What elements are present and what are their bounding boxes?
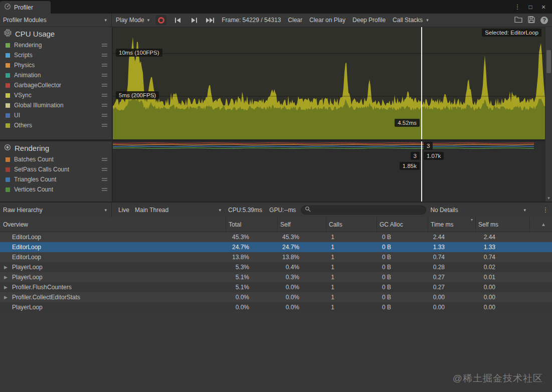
- live-toggle[interactable]: Live: [114, 207, 134, 214]
- column-header-self[interactable]: Self: [277, 217, 326, 232]
- scrollbar-thumb[interactable]: [546, 50, 551, 73]
- cpu-usage-title: CPU Usage: [15, 30, 55, 38]
- search-input[interactable]: [301, 206, 426, 215]
- drag-handle-icon[interactable]: [102, 114, 107, 117]
- drag-handle-icon[interactable]: [102, 74, 107, 77]
- profiler-modules-label: Profiler Modules: [3, 17, 47, 24]
- drag-handle-icon[interactable]: [102, 124, 107, 127]
- cpu-chart-svg: [113, 27, 545, 139]
- charts-area: CPU Usage Rendering Scripts Physic: [0, 27, 552, 202]
- legend-swatch: [6, 63, 10, 68]
- legend-item[interactable]: Vertices Count: [0, 184, 112, 194]
- row-value-self: 0.3%: [277, 274, 326, 281]
- legend-item[interactable]: VSync: [0, 90, 112, 100]
- table-row[interactable]: ▶ EditorLoop 45.3% 45.3% 1 0 B 2.44 2.44: [0, 232, 552, 242]
- hierarchy-menu-button[interactable]: ⋮: [539, 206, 552, 214]
- scroll-down-icon[interactable]: ▼: [545, 196, 552, 201]
- drag-handle-icon[interactable]: [102, 188, 107, 191]
- drag-handle-icon[interactable]: [102, 54, 107, 57]
- expand-arrow-icon[interactable]: ▶: [4, 275, 8, 280]
- row-value-total: 5.3%: [226, 264, 277, 271]
- expand-arrow-icon[interactable]: ▶: [4, 265, 8, 270]
- legend-item[interactable]: Rendering: [0, 40, 112, 50]
- render-value-badge: 1.07k: [424, 152, 444, 160]
- record-button[interactable]: [155, 15, 166, 25]
- next-frame-button[interactable]: [187, 15, 202, 25]
- legend-swatch: [6, 83, 10, 88]
- row-value-gc-alloc: 0 B: [377, 284, 428, 291]
- hierarchy-mode-dropdown[interactable]: Raw Hierarchy ▾: [0, 203, 112, 217]
- column-header-gc-alloc[interactable]: GC Alloc: [377, 217, 428, 232]
- thread-dropdown[interactable]: Main Thread ▾: [135, 207, 225, 214]
- table-row[interactable]: ▶ EditorLoop 13.8% 13.8% 1 0 B 0.74 0.74: [0, 252, 552, 262]
- legend-item[interactable]: Physics: [0, 60, 112, 70]
- drag-handle-icon[interactable]: [102, 44, 107, 47]
- row-value-calls: 1: [326, 264, 377, 271]
- current-frame-button[interactable]: [203, 15, 218, 25]
- details-dropdown[interactable]: No Details ▾: [430, 207, 539, 214]
- window-title: Profiler: [14, 4, 33, 11]
- row-value-gc-alloc: 0 B: [377, 274, 428, 281]
- gridline-label-5ms: 5ms (200FPS): [116, 91, 159, 99]
- table-row[interactable]: ▶ PlayerLoop 0.0% 0.0% 1 0 B 0.00 0.00: [0, 302, 552, 312]
- legend-item[interactable]: UI: [0, 110, 112, 120]
- drag-handle-icon[interactable]: [102, 104, 107, 107]
- rendering-icon: [4, 144, 11, 152]
- legend-item[interactable]: Animation: [0, 70, 112, 80]
- legend-item[interactable]: Batches Count: [0, 154, 112, 164]
- row-name: Profiler.FlushCounters: [12, 284, 72, 291]
- profiler-modules-dropdown[interactable]: Profiler Modules ▾: [0, 14, 112, 27]
- row-value-self: 0.0%: [277, 304, 326, 311]
- column-header-self-ms[interactable]: Self ms: [475, 217, 529, 232]
- legend-item[interactable]: Scripts: [0, 50, 112, 60]
- drag-handle-icon[interactable]: [102, 158, 107, 161]
- cpu-usage-chart[interactable]: 10ms (100FPS) 5ms (200FPS) Selected: Edi…: [113, 27, 545, 139]
- help-button[interactable]: ?: [540, 17, 548, 24]
- column-header-total[interactable]: Total: [226, 217, 277, 232]
- play-mode-dropdown[interactable]: Play Mode ▾: [116, 17, 149, 24]
- call-stacks-dropdown[interactable]: Call Stacks ▾: [393, 17, 429, 24]
- chevron-down-icon: ▾: [104, 208, 107, 213]
- table-row[interactable]: ▶ PlayerLoop 5.3% 0.4% 1 0 B 0.28 0.02: [0, 262, 552, 272]
- clear-button[interactable]: Clear: [288, 17, 302, 24]
- legend-item[interactable]: Others: [0, 120, 112, 130]
- table-row[interactable]: ▶ PlayerLoop 5.1% 0.3% 1 0 B 0.27 0.01: [0, 272, 552, 282]
- drag-handle-icon[interactable]: [102, 84, 107, 87]
- legend-item[interactable]: Triangles Count: [0, 174, 112, 184]
- column-header-overview[interactable]: Overview: [0, 217, 226, 232]
- drag-handle-icon[interactable]: [102, 64, 107, 67]
- charts-scrollbar[interactable]: ▼: [545, 27, 552, 202]
- prev-frame-button[interactable]: [170, 15, 186, 25]
- drag-handle-icon[interactable]: [102, 178, 107, 181]
- cpu-usage-module-header[interactable]: CPU Usage: [0, 27, 112, 40]
- save-profile-button[interactable]: [528, 16, 535, 25]
- drag-handle-icon[interactable]: [102, 94, 107, 97]
- profiler-gauge-icon: [4, 3, 11, 12]
- column-header-calls[interactable]: Calls: [326, 217, 377, 232]
- rendering-chart[interactable]: 3 3 1.07k 1.85k: [113, 141, 545, 202]
- column-header-time-ms[interactable]: Time ms ▾: [428, 217, 475, 232]
- deep-profile-button[interactable]: Deep Profile: [352, 17, 386, 24]
- row-value-total: 5.1%: [226, 284, 277, 291]
- legend-item[interactable]: SetPass Calls Count: [0, 164, 112, 174]
- legend-item[interactable]: Global Illumination: [0, 100, 112, 110]
- tab-profiler[interactable]: Profiler: [0, 1, 51, 14]
- drag-handle-icon[interactable]: [102, 168, 107, 171]
- legend-item[interactable]: GarbageCollector: [0, 80, 112, 90]
- rendering-title: Rendering: [15, 144, 49, 152]
- table-row[interactable]: ▶ Profiler.FlushCounters 5.1% 0.0% 1 0 B…: [0, 282, 552, 292]
- table-row[interactable]: ▶ Profiler.CollectEditorStats 0.0% 0.0% …: [0, 292, 552, 302]
- row-value-gc-alloc: 0 B: [377, 234, 428, 241]
- row-name-cell: ▶ EditorLoop: [0, 232, 226, 242]
- load-profile-button[interactable]: [514, 16, 522, 25]
- window-menu-button[interactable]: ⋮: [513, 3, 522, 11]
- clear-on-play-button[interactable]: Clear on Play: [309, 17, 345, 24]
- close-button[interactable]: ×: [539, 3, 548, 11]
- scroll-up-icon[interactable]: ▲: [541, 222, 552, 227]
- rendering-module-header[interactable]: Rendering: [0, 141, 112, 154]
- maximize-button[interactable]: □: [526, 4, 535, 11]
- expand-arrow-icon[interactable]: ▶: [4, 295, 8, 300]
- legend-label: UI: [14, 112, 20, 119]
- table-row[interactable]: ▶ EditorLoop 24.7% 24.7% 1 0 B 1.33 1.33: [0, 242, 552, 252]
- expand-arrow-icon[interactable]: ▶: [4, 285, 8, 290]
